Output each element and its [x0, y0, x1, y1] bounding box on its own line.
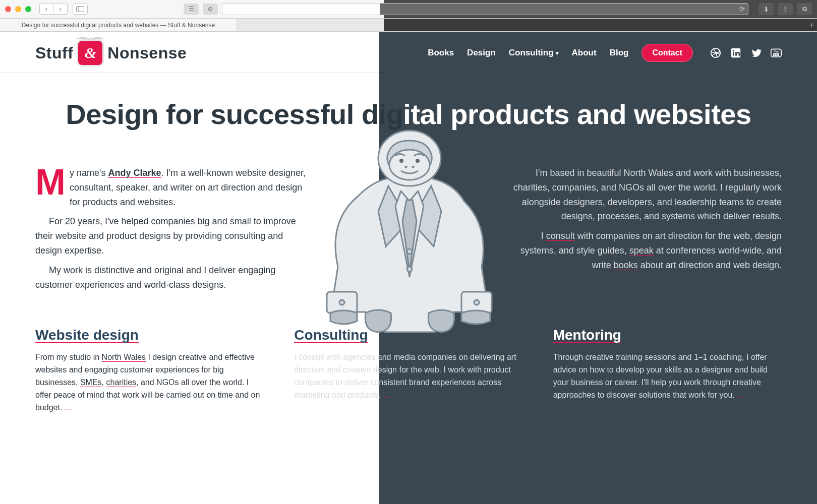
- privacy-button[interactable]: ⊘: [203, 4, 218, 15]
- svg-point-17: [416, 159, 420, 163]
- intro-left-p3: My work is distinctive and original and …: [35, 263, 310, 292]
- dribbble-link[interactable]: [710, 47, 721, 58]
- tab-title: Design for successful digital products a…: [22, 22, 215, 29]
- logo-ampersand-badge: &: [78, 41, 102, 65]
- svg-point-16: [399, 159, 403, 163]
- browser-toolbar: ‹ › ☰ ⊘ ⟳ ⬇ ⇪ ⧉: [0, 0, 817, 18]
- svg-point-15: [389, 150, 430, 180]
- service-website-design: Website design From my studio in North W…: [35, 327, 264, 414]
- service-body: I consult with agencies and media compan…: [294, 351, 522, 401]
- sidebar-toggle-button[interactable]: [73, 4, 88, 15]
- smes-link[interactable]: SMEs: [80, 378, 102, 387]
- andy-clarke-link[interactable]: Andy Clarke: [108, 168, 161, 178]
- charities-link[interactable]: charities: [106, 378, 137, 387]
- twitter-icon: [750, 47, 762, 58]
- address-bar-group: ☰ ⊘ ⟳: [184, 3, 748, 15]
- nav-link-consulting[interactable]: Consulting▾: [509, 48, 559, 58]
- minimize-window-button[interactable]: [15, 6, 21, 12]
- browser-chrome: ‹ › ☰ ⊘ ⟳ ⬇ ⇪ ⧉ Design for successful di…: [0, 0, 817, 32]
- address-bar[interactable]: ⟳: [222, 3, 748, 15]
- page-viewport: Stuff & Nonsense Books Design Consulting…: [0, 32, 817, 504]
- service-title[interactable]: Website design: [35, 327, 264, 343]
- svg-text:You: You: [774, 50, 778, 53]
- nav-back-forward: ‹ ›: [39, 4, 68, 15]
- north-wales-link[interactable]: North Wales: [102, 353, 146, 361]
- tabs-button[interactable]: ⧉: [797, 3, 812, 15]
- intro-right-p1: I'm based in beautiful North Wales and w…: [507, 166, 782, 224]
- svg-point-11: [339, 300, 344, 305]
- downloads-button[interactable]: ⬇: [758, 3, 774, 15]
- nav-link-blog[interactable]: Blog: [610, 48, 629, 58]
- consult-link[interactable]: consult: [546, 231, 575, 241]
- share-button[interactable]: ⇪: [778, 3, 793, 15]
- reload-icon[interactable]: ⟳: [739, 5, 745, 13]
- close-window-button[interactable]: [5, 6, 11, 12]
- youtube-icon: YouTube: [771, 47, 782, 58]
- linkedin-icon: [730, 47, 741, 58]
- nav-link-books[interactable]: Books: [428, 48, 454, 58]
- svg-rect-4: [733, 52, 734, 55]
- svg-point-5: [733, 50, 734, 51]
- dropcap: M: [35, 166, 70, 197]
- svg-rect-0: [77, 7, 84, 12]
- logo-word-stuff: Stuff: [35, 44, 73, 62]
- linkedin-link[interactable]: [730, 47, 741, 58]
- wings-icon: [74, 34, 106, 41]
- maximize-window-button[interactable]: [25, 6, 31, 12]
- sidebar-icon: [76, 6, 84, 12]
- main-nav: Books Design Consulting▾ About Blog Cont…: [428, 44, 782, 62]
- reader-button[interactable]: ☰: [184, 4, 199, 15]
- nav-link-design[interactable]: Design: [467, 48, 496, 58]
- intro-left-p2: For 20 years, I've helped companies big …: [35, 214, 310, 258]
- intro-section: M y name's Andy Clarke. I'm a well-known…: [0, 136, 817, 312]
- service-body: From my studio in North Wales I design c…: [35, 351, 264, 414]
- browser-tab-active[interactable]: Design for successful digital products a…: [0, 19, 237, 31]
- service-body: Through creative training sessions and 1…: [553, 351, 782, 401]
- tab-bar: Design for successful digital products a…: [0, 18, 817, 31]
- svg-point-13: [474, 300, 479, 305]
- svg-point-18: [404, 166, 407, 168]
- logo-word-nonsense: Nonsense: [107, 44, 187, 62]
- ellipsis-icon: …: [383, 391, 392, 399]
- ellipsis-icon: …: [737, 391, 746, 399]
- social-links: YouTube: [710, 47, 782, 58]
- site-logo[interactable]: Stuff & Nonsense: [35, 41, 187, 65]
- intro-left-p1: M y name's Andy Clarke. I'm a well-known…: [35, 166, 310, 209]
- site-header: Stuff & Nonsense Books Design Consulting…: [0, 32, 817, 73]
- svg-text:Tube: Tube: [774, 53, 779, 56]
- service-mentoring: Mentoring Through creative training sess…: [553, 327, 782, 414]
- intro-right-p2: I consult with companies on art directio…: [507, 229, 782, 272]
- ellipsis-icon: …: [64, 403, 73, 412]
- twitter-link[interactable]: [750, 47, 762, 58]
- speak-link[interactable]: speak: [629, 245, 654, 256]
- youtube-link[interactable]: YouTube: [771, 47, 782, 58]
- service-title[interactable]: Mentoring: [553, 327, 782, 343]
- gorilla-illustration: .g1{fill:#e7ebee;stroke:#7d8a94;stroke-w…: [303, 120, 514, 342]
- svg-point-20: [407, 249, 412, 254]
- nav-link-about[interactable]: About: [572, 48, 597, 58]
- window-controls: [5, 6, 31, 12]
- new-tab-button[interactable]: +: [809, 21, 814, 30]
- books-link[interactable]: books: [614, 260, 638, 270]
- dribbble-icon: [710, 47, 721, 58]
- svg-point-21: [407, 267, 412, 272]
- contact-button[interactable]: Contact: [641, 44, 693, 62]
- toolbar-right: ⬇ ⇪ ⧉: [758, 3, 812, 15]
- gorilla-icon: .g1{fill:#e7ebee;stroke:#7d8a94;stroke-w…: [303, 120, 514, 342]
- svg-point-19: [412, 166, 415, 168]
- back-button[interactable]: ‹: [39, 4, 53, 15]
- forward-button[interactable]: ›: [53, 4, 68, 15]
- chevron-down-icon: ▾: [556, 50, 559, 56]
